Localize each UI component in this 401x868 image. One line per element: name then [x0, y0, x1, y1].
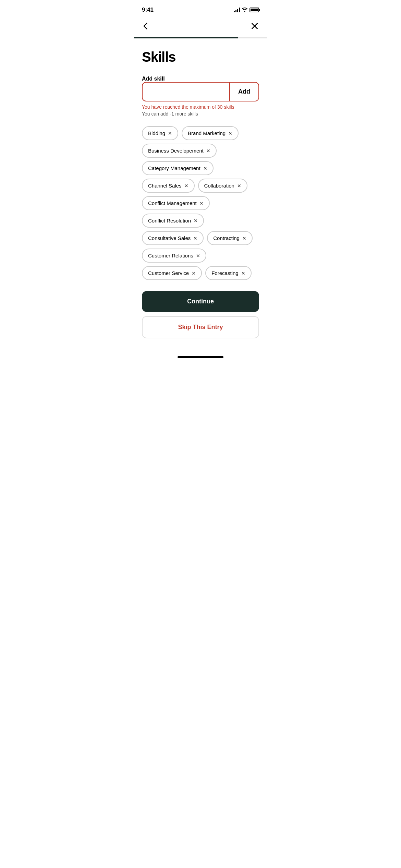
skill-tag: Conflict Management✕	[142, 196, 210, 210]
skill-tag-label: Collaboration	[204, 183, 234, 189]
add-skill-label: Add skill	[142, 76, 165, 82]
skill-remove-icon[interactable]: ✕	[193, 236, 197, 241]
skill-tag-label: Contracting	[213, 235, 240, 241]
skill-remove-icon[interactable]: ✕	[228, 131, 232, 136]
skill-tag-label: Category Management	[148, 165, 200, 171]
skill-tag: Business Developement✕	[142, 144, 217, 158]
skill-tag-label: Bidding	[148, 130, 165, 136]
skill-tag: Collaboration✕	[198, 179, 247, 193]
skill-remove-icon[interactable]: ✕	[168, 131, 172, 136]
skill-tag-label: Brand Marketing	[188, 130, 226, 136]
close-button[interactable]	[250, 22, 259, 32]
main-content: Skills Add skill Add You have reached th…	[134, 38, 267, 353]
status-icons	[234, 7, 259, 13]
skill-tag: Contracting✕	[207, 231, 253, 245]
skill-tag: Bidding✕	[142, 126, 178, 140]
skill-remove-icon[interactable]: ✕	[206, 148, 210, 153]
skill-tag: Channel Sales✕	[142, 179, 195, 193]
nav-bar	[134, 19, 267, 37]
status-bar: 9:41	[134, 0, 267, 19]
skill-tag: Category Management✕	[142, 161, 214, 175]
skill-tag: Brand Marketing✕	[182, 126, 239, 140]
skill-remove-icon[interactable]: ✕	[194, 218, 198, 223]
skill-remove-icon[interactable]: ✕	[241, 271, 245, 276]
skill-remove-icon[interactable]: ✕	[242, 236, 246, 241]
continue-button[interactable]: Continue	[142, 291, 259, 312]
skill-tag-label: Customer Service	[148, 270, 189, 276]
skill-tag: Customer Relations✕	[142, 249, 206, 263]
add-skill-button[interactable]: Add	[229, 83, 258, 101]
skill-tag-label: Conflict Management	[148, 200, 197, 206]
skill-tag: Forecasting✕	[205, 266, 251, 280]
page-title: Skills	[142, 49, 259, 65]
skill-tag: Consultative Sales✕	[142, 231, 204, 245]
wifi-icon	[242, 7, 247, 13]
skill-tag: Conflict Resolution✕	[142, 214, 204, 228]
home-indicator	[134, 353, 267, 363]
skill-remove-icon[interactable]: ✕	[237, 183, 241, 188]
skill-tag-label: Forecasting	[211, 270, 238, 276]
signal-icon	[234, 8, 240, 12]
skill-remove-icon[interactable]: ✕	[196, 253, 200, 258]
skill-tag-label: Consultative Sales	[148, 235, 191, 241]
skill-remove-icon[interactable]: ✕	[199, 201, 204, 206]
skill-tag: Customer Service✕	[142, 266, 202, 280]
helper-message: You can add -1 more skills	[142, 111, 259, 117]
skill-input[interactable]	[143, 83, 229, 101]
skill-tag-label: Customer Relations	[148, 253, 193, 258]
skip-button[interactable]: Skip This Entry	[142, 316, 259, 338]
skill-remove-icon[interactable]: ✕	[192, 271, 196, 276]
home-indicator-bar	[178, 356, 223, 358]
status-time: 9:41	[142, 7, 154, 13]
skill-tag-label: Business Developement	[148, 148, 204, 154]
skill-tag-label: Conflict Resolution	[148, 218, 191, 224]
skill-tag-label: Channel Sales	[148, 183, 182, 189]
add-skill-row: Add	[142, 82, 259, 101]
battery-icon	[250, 8, 259, 12]
back-button[interactable]	[142, 21, 149, 33]
skill-remove-icon[interactable]: ✕	[184, 183, 189, 188]
skill-remove-icon[interactable]: ✕	[203, 166, 207, 171]
skills-container: Bidding✕Brand Marketing✕Business Develop…	[142, 126, 259, 280]
error-message: You have reached the maximum of 30 skill…	[142, 104, 259, 110]
